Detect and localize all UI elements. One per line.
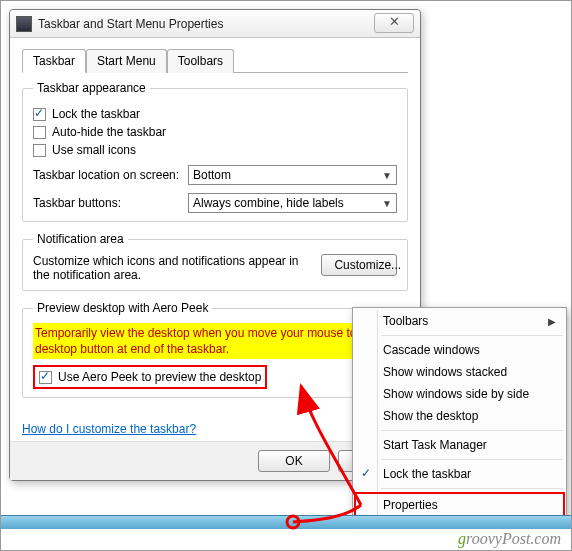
notification-legend: Notification area [33, 232, 128, 246]
menu-item-sidebyside[interactable]: Show windows side by side [355, 383, 564, 405]
aero-peek-checkbox[interactable] [39, 371, 52, 384]
menu-item-label: Cascade windows [383, 343, 480, 357]
menu-separator [381, 459, 563, 460]
aero-checkbox-wrap: Use Aero Peek to preview the desktop [33, 365, 267, 389]
close-button[interactable]: ✕ [374, 13, 414, 33]
tab-start-menu[interactable]: Start Menu [86, 49, 167, 73]
autohide-checkbox[interactable] [33, 126, 46, 139]
chevron-down-icon: ▼ [382, 170, 392, 181]
menu-item-label: Show windows stacked [383, 365, 507, 379]
check-icon: ✓ [361, 466, 371, 480]
menu-item-toolbars[interactable]: Toolbars ▶ [355, 310, 564, 332]
menu-item-label: Properties [383, 498, 438, 512]
menu-separator [381, 430, 563, 431]
ok-button[interactable]: OK [258, 450, 330, 472]
lock-taskbar-label: Lock the taskbar [52, 107, 140, 121]
menu-item-label: Start Task Manager [383, 438, 487, 452]
menu-item-stacked[interactable]: Show windows stacked [355, 361, 564, 383]
help-link[interactable]: How do I customize the taskbar? [22, 422, 196, 436]
titlebar-icon [16, 16, 32, 32]
taskbar-strip[interactable] [1, 515, 571, 529]
taskbar-buttons-label: Taskbar buttons: [33, 196, 188, 210]
autohide-label: Auto-hide the taskbar [52, 125, 166, 139]
taskbar-location-select[interactable]: Bottom ▼ [188, 165, 397, 185]
tab-taskbar[interactable]: Taskbar [22, 49, 86, 73]
menu-item-cascade[interactable]: Cascade windows [355, 339, 564, 361]
aero-peek-label: Use Aero Peek to preview the desktop [58, 370, 261, 384]
menu-item-label: Toolbars [383, 314, 428, 328]
notification-desc: Customize which icons and notifications … [33, 254, 313, 282]
aero-peek-group: Preview desktop with Aero Peek Temporari… [22, 301, 408, 398]
appearance-legend: Taskbar appearance [33, 81, 150, 95]
taskbar-buttons-select[interactable]: Always combine, hide labels ▼ [188, 193, 397, 213]
chevron-right-icon: ▶ [548, 316, 556, 327]
watermark-text: roovyPost.com [466, 530, 561, 547]
menu-item-task-manager[interactable]: Start Task Manager [355, 434, 564, 456]
small-icons-label: Use small icons [52, 143, 136, 157]
notification-area-group: Notification area Customize which icons … [22, 232, 408, 291]
menu-separator [381, 335, 563, 336]
aero-highlight-text: Temporarily view the desktop when you mo… [33, 323, 397, 359]
tab-strip: Taskbar Start Menu Toolbars [22, 48, 408, 73]
watermark: groovyPost.com [458, 530, 561, 548]
lock-taskbar-checkbox[interactable] [33, 108, 46, 121]
window-title: Taskbar and Start Menu Properties [38, 17, 223, 31]
customize-button[interactable]: Customize... [321, 254, 397, 276]
menu-item-lock-taskbar[interactable]: ✓ Lock the taskbar [355, 463, 564, 485]
chevron-down-icon: ▼ [382, 198, 392, 209]
taskbar-buttons-value: Always combine, hide labels [193, 196, 344, 210]
menu-separator [381, 488, 563, 489]
taskbar-location-label: Taskbar location on screen: [33, 168, 188, 182]
menu-item-label: Show windows side by side [383, 387, 529, 401]
menu-item-label: Show the desktop [383, 409, 478, 423]
taskbar-context-menu: Toolbars ▶ Cascade windows Show windows … [352, 307, 567, 521]
tab-toolbars[interactable]: Toolbars [167, 49, 234, 73]
menu-item-show-desktop[interactable]: Show the desktop [355, 405, 564, 427]
titlebar[interactable]: Taskbar and Start Menu Properties ✕ [10, 10, 420, 38]
aero-legend: Preview desktop with Aero Peek [33, 301, 212, 315]
menu-item-label: Lock the taskbar [383, 467, 471, 481]
taskbar-location-value: Bottom [193, 168, 231, 182]
small-icons-checkbox[interactable] [33, 144, 46, 157]
taskbar-appearance-group: Taskbar appearance Lock the taskbar Auto… [22, 81, 408, 222]
